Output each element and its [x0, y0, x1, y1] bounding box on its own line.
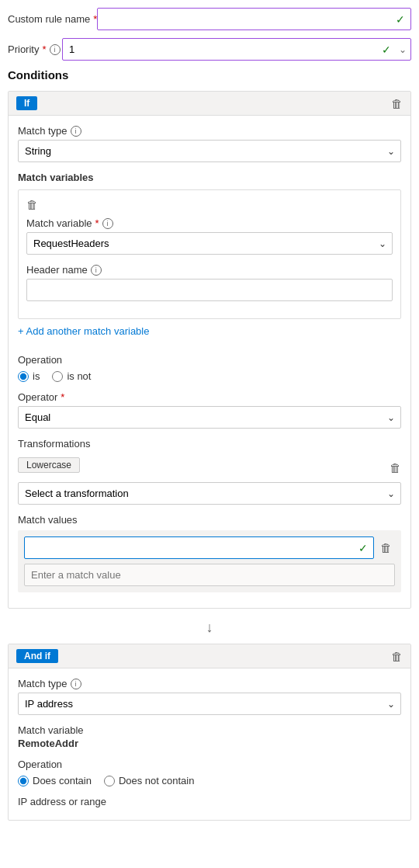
connector-arrow: ↓	[8, 612, 411, 644]
custom-rule-name-input[interactable]: WhitelistRestrictedSite	[97, 8, 411, 30]
match-variable-dropdown[interactable]: RequestHeaders ⌄	[26, 232, 393, 255]
condition-body-2: Match type i IP address ⌄ Match variable…	[9, 668, 410, 820]
header-name-info-icon[interactable]: i	[91, 265, 102, 276]
transformation-select-wrapper[interactable]: Select a transformation ⌄	[18, 482, 401, 505]
conditions-section: Conditions If 🗑 Match type i String	[8, 68, 411, 821]
match-type-select[interactable]: String	[18, 140, 401, 162]
match-type-select-2[interactable]: IP address	[18, 693, 401, 715]
match-variable-item-1: 🗑 Match variable * i RequestHead	[18, 189, 401, 319]
operation-does-contain-option[interactable]: Does contain	[18, 775, 92, 786]
transformations-header: Transformations	[18, 438, 401, 453]
priority-select[interactable]: 1	[62, 38, 411, 61]
match-variable-info-icon[interactable]: i	[102, 218, 113, 229]
operation-does-not-contain-option[interactable]: Does not contain	[104, 775, 195, 786]
match-type-label-2: Match type i	[18, 678, 401, 689]
match-variable-label: Match variable * i	[26, 217, 393, 229]
operation-does-not-contain-label: Does not contain	[119, 775, 195, 786]
match-variable-group: Match variable * i RequestHeaders ⌄	[26, 217, 393, 255]
transformation-delete-icon[interactable]: 🗑	[390, 461, 401, 474]
match-variables-section: Match variables 🗑 Match variable * i	[18, 172, 401, 348]
priority-info-icon[interactable]: i	[50, 44, 61, 55]
match-value-input-wrapper[interactable]: restricted.xyz.com ✓	[24, 536, 374, 559]
transformation-chip-lowercase: Lowercase	[18, 457, 80, 473]
match-type-info-icon[interactable]: i	[71, 126, 81, 137]
operation-section: Operation is is not	[18, 354, 401, 382]
transformation-select[interactable]: Select a transformation	[18, 482, 401, 505]
condition-tag-if: If	[16, 96, 37, 110]
operation-is-not-label: is not	[67, 370, 91, 382]
transformations-section: Transformations Lowercase 🗑 Select a tra…	[18, 438, 401, 505]
operation-is-not-option[interactable]: is not	[52, 370, 91, 382]
required-star-priority: *	[42, 43, 46, 55]
match-type-group: Match type i String ⌄	[18, 125, 401, 162]
priority-row: Priority * i 1 ✓ ⌄	[8, 38, 411, 61]
conditions-title: Conditions	[8, 68, 411, 82]
match-variables-label: Match variables	[18, 172, 401, 183]
match-variable-static-value: RemoteAddr	[18, 738, 401, 749]
enter-match-value-input[interactable]	[24, 564, 395, 586]
header-name-input[interactable]: Host	[26, 279, 393, 301]
condition-body-1: Match type i String ⌄ Match variables	[9, 116, 410, 608]
arrow-down-icon: ↓	[206, 620, 213, 636]
condition-tag-and-if: And if	[16, 649, 58, 663]
match-type-label: Match type i	[18, 125, 401, 137]
add-match-variable-link[interactable]: + Add another match variable	[18, 325, 149, 337]
operation-is-option[interactable]: is	[18, 370, 40, 382]
operator-dropdown[interactable]: Equal ⌄	[18, 406, 401, 429]
match-type-info-icon-2[interactable]: i	[71, 679, 81, 689]
condition-block-2: And if 🗑 Match type i IP address ⌄	[8, 644, 411, 821]
operator-label: Operator *	[18, 391, 401, 403]
operation-is-radio[interactable]	[18, 371, 29, 382]
condition-delete-icon-1[interactable]: 🗑	[391, 97, 403, 110]
header-name-label: Header name i	[26, 264, 393, 276]
header-name-group: Header name i Host	[26, 264, 393, 301]
match-type-dropdown-2[interactable]: IP address ⌄	[18, 693, 401, 715]
condition-header-1: If 🗑	[9, 92, 410, 116]
operator-required: *	[61, 391, 64, 403]
match-variable-required: *	[95, 217, 99, 229]
match-values-section: Match values restricted.xyz.com ✓ 🗑	[18, 514, 401, 592]
priority-label: Priority * i	[8, 43, 62, 55]
operation-does-contain-radio[interactable]	[18, 776, 29, 786]
operator-select[interactable]: Equal	[18, 406, 401, 429]
custom-rule-name-label: Custom rule name *	[8, 13, 97, 25]
operator-group: Operator * Equal ⌄	[18, 391, 401, 429]
operation-is-not-radio[interactable]	[52, 371, 63, 382]
match-variable-trash-row: 🗑	[26, 198, 393, 211]
ip-address-label: IP address or range	[18, 796, 401, 807]
condition-block-1: If 🗑 Match type i String ⌄	[8, 91, 411, 609]
operation-does-contain-label: Does contain	[33, 775, 92, 786]
operation-section-2: Operation Does contain Does not contain	[18, 759, 401, 786]
match-value-delete-icon[interactable]: 🗑	[377, 538, 395, 557]
operation-label-2: Operation	[18, 759, 401, 770]
condition-header-2: And if 🗑	[9, 644, 410, 668]
match-variable-group-2: Match variable RemoteAddr	[18, 724, 401, 749]
transformations-label: Transformations	[18, 438, 90, 450]
match-variable-delete-icon[interactable]: 🗑	[26, 198, 38, 211]
condition-delete-icon-2[interactable]: 🗑	[391, 650, 403, 663]
operation-does-not-contain-radio[interactable]	[104, 776, 115, 786]
check-icon: ✓	[396, 13, 405, 26]
match-variable-select[interactable]: RequestHeaders	[26, 232, 393, 255]
operation-radio-group-2: Does contain Does not contain	[18, 775, 401, 786]
match-values-label: Match values	[18, 514, 401, 526]
operation-radio-group: is is not	[18, 370, 401, 382]
operation-label: Operation	[18, 354, 401, 366]
match-type-group-2: Match type i IP address ⌄	[18, 678, 401, 715]
custom-rule-name-field[interactable]: WhitelistRestrictedSite ✓	[97, 8, 411, 30]
match-value-row-1: restricted.xyz.com ✓ 🗑	[24, 536, 395, 559]
operation-is-label: is	[33, 370, 40, 382]
match-variable-static-label: Match variable	[18, 724, 401, 736]
priority-field[interactable]: 1 ✓ ⌄	[62, 38, 411, 61]
custom-rule-name-row: Custom rule name * WhitelistRestrictedSi…	[8, 8, 411, 30]
match-type-dropdown[interactable]: String ⌄	[18, 140, 401, 162]
match-value-input-1[interactable]: restricted.xyz.com	[24, 536, 374, 559]
